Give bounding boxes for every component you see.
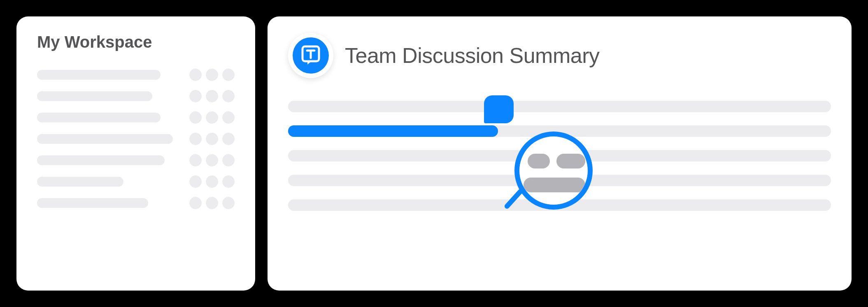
avatar-placeholder <box>206 197 218 209</box>
workspace-item-title-placeholder <box>37 155 165 165</box>
workspace-item-avatars <box>189 133 235 145</box>
avatar-placeholder <box>206 133 218 145</box>
chat-t-icon <box>300 45 321 66</box>
app-icon <box>293 37 329 74</box>
avatar-placeholder <box>222 154 235 166</box>
magnified-text <box>524 178 585 192</box>
avatar-placeholder <box>222 90 235 102</box>
workspace-list-row[interactable] <box>37 111 235 124</box>
avatar-placeholder <box>222 69 235 81</box>
workspace-item-title-placeholder <box>37 198 148 208</box>
workspace-item-avatars <box>189 111 235 124</box>
magnifier-lens <box>514 132 593 210</box>
workspace-panel: My Workspace <box>16 16 255 291</box>
avatar-placeholder <box>189 175 202 188</box>
document-content <box>288 101 831 211</box>
workspace-item-avatars <box>189 90 235 102</box>
avatar-placeholder <box>189 69 202 81</box>
avatar-placeholder <box>206 69 218 81</box>
avatar-placeholder <box>189 197 202 209</box>
workspace-list <box>37 69 235 209</box>
workspace-list-row[interactable] <box>37 133 235 145</box>
avatar-placeholder <box>206 175 218 188</box>
magnified-text <box>528 154 550 169</box>
avatar-placeholder <box>189 111 202 124</box>
avatar-placeholder <box>222 133 235 145</box>
avatar-placeholder <box>189 133 202 145</box>
workspace-list-row[interactable] <box>37 175 235 188</box>
workspace-list-row[interactable] <box>37 69 235 81</box>
avatar-placeholder <box>222 175 235 188</box>
avatar-placeholder <box>222 197 235 209</box>
document-panel: Team Discussion Summary <box>268 16 852 291</box>
document-title: Team Discussion Summary <box>345 43 599 68</box>
workspace-item-title-placeholder <box>37 113 161 122</box>
magnifier-icon[interactable] <box>514 132 593 210</box>
document-header: Team Discussion Summary <box>288 33 831 78</box>
workspace-list-row[interactable] <box>37 90 235 102</box>
avatar-placeholder <box>206 111 218 124</box>
workspace-item-title-placeholder <box>37 91 152 101</box>
avatar-placeholder <box>189 90 202 102</box>
magnified-text <box>556 154 585 169</box>
workspace-item-avatars <box>189 69 235 81</box>
avatar-placeholder <box>222 111 235 124</box>
workspace-item-title-placeholder <box>37 134 173 144</box>
workspace-title: My Workspace <box>37 33 235 51</box>
workspace-item-avatars <box>189 197 235 209</box>
workspace-item-title-placeholder <box>37 70 161 80</box>
avatar-placeholder <box>189 154 202 166</box>
selection-cursor-icon[interactable] <box>484 95 514 123</box>
workspace-list-row[interactable] <box>37 154 235 166</box>
workspace-item-avatars <box>189 154 235 166</box>
workspace-item-avatars <box>189 175 235 188</box>
avatar-placeholder <box>206 154 218 166</box>
content-line <box>288 101 831 112</box>
workspace-list-row[interactable] <box>37 197 235 209</box>
app-badge <box>288 33 333 78</box>
workspace-item-title-placeholder <box>37 177 123 187</box>
text-selection-highlight <box>288 125 498 137</box>
avatar-placeholder <box>206 90 218 102</box>
